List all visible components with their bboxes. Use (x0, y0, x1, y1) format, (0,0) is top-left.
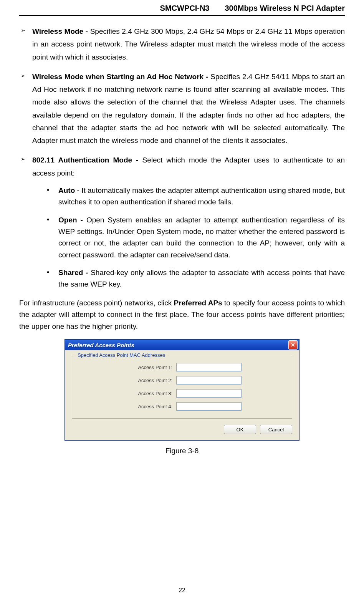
page-number: 22 (0, 587, 364, 594)
list-item: Wireless Mode - Specifies 2.4 GHz 300 Mb… (19, 25, 345, 63)
ap3-input[interactable] (176, 389, 242, 398)
feature-list: Wireless Mode - Specifies 2.4 GHz 300 Mb… (19, 25, 345, 290)
cancel-button[interactable]: Cancel (260, 425, 292, 434)
feature-label: 802.11 Authentication Mode - (32, 156, 142, 164)
ap1-input[interactable] (176, 363, 242, 371)
field-row: Access Point 1: (79, 363, 285, 371)
feature-label: Wireless Mode when Starting an Ad Hoc Ne… (32, 73, 210, 81)
ap1-label: Access Point 1: (122, 365, 172, 370)
para-pre: For infrastructure (access point) networ… (19, 299, 174, 307)
dialog-title: Preferred Access Points (68, 342, 134, 348)
list-item: Wireless Mode when Starting an Ad Hoc Ne… (19, 70, 345, 147)
sub-text: Open System enables an adapter to attemp… (58, 216, 345, 259)
mac-addresses-groupbox: Specified Access Point MAC Addresses Acc… (72, 356, 292, 419)
field-row: Access Point 4: (79, 402, 285, 411)
ap4-input[interactable] (176, 402, 242, 411)
sub-label: Shared - (58, 269, 91, 277)
sub-text: It automatically makes the adapter attem… (58, 186, 345, 206)
field-row: Access Point 3: (79, 389, 285, 398)
header-rule (19, 15, 345, 16)
dialog-titlebar: Preferred Access Points ✕ (65, 340, 299, 350)
list-item: Auto - It automatically makes the adapte… (45, 185, 345, 208)
figure-caption: Figure 3-8 (19, 447, 345, 455)
preferred-access-points-dialog: Preferred Access Points ✕ Specified Acce… (65, 339, 299, 441)
page-header: SMCWPCI-N3 300Mbps Wireless N PCI Adapte… (19, 4, 345, 14)
list-item: Open - Open System enables an adapter to… (45, 214, 345, 261)
close-icon: ✕ (291, 342, 295, 348)
model-code: SMCWPCI-N3 (160, 4, 210, 13)
feature-text: Specifies 2.4 GHz 54/11 Mbps to start an… (32, 73, 345, 144)
ap3-label: Access Point 3: (122, 391, 172, 396)
sub-label: Auto - (58, 186, 81, 194)
ok-button[interactable]: OK (224, 425, 256, 434)
ap4-label: Access Point 4: (122, 404, 172, 409)
auth-mode-sublist: Auto - It automatically makes the adapte… (32, 185, 345, 290)
sub-label: Open - (58, 216, 86, 224)
field-row: Access Point 2: (79, 376, 285, 385)
sub-text: Shared-key only allows the adapter to as… (58, 269, 345, 288)
preferred-aps-paragraph: For infrastructure (access point) networ… (19, 297, 345, 332)
ap2-label: Access Point 2: (122, 378, 172, 383)
groupbox-legend: Specified Access Point MAC Addresses (76, 352, 167, 358)
para-bold: Preferred APs (174, 299, 222, 307)
list-item: 802.11 Authentication Mode - Select whic… (19, 154, 345, 290)
dialog-body: Specified Access Point MAC Addresses Acc… (65, 350, 299, 440)
product-name: 300Mbps Wireless N PCI Adapter (225, 4, 345, 13)
close-button[interactable]: ✕ (288, 340, 298, 350)
dialog-button-row: OK Cancel (72, 425, 292, 434)
feature-label: Wireless Mode - (32, 27, 90, 35)
list-item: Shared - Shared-key only allows the adap… (45, 267, 345, 290)
ap2-input[interactable] (176, 376, 242, 385)
